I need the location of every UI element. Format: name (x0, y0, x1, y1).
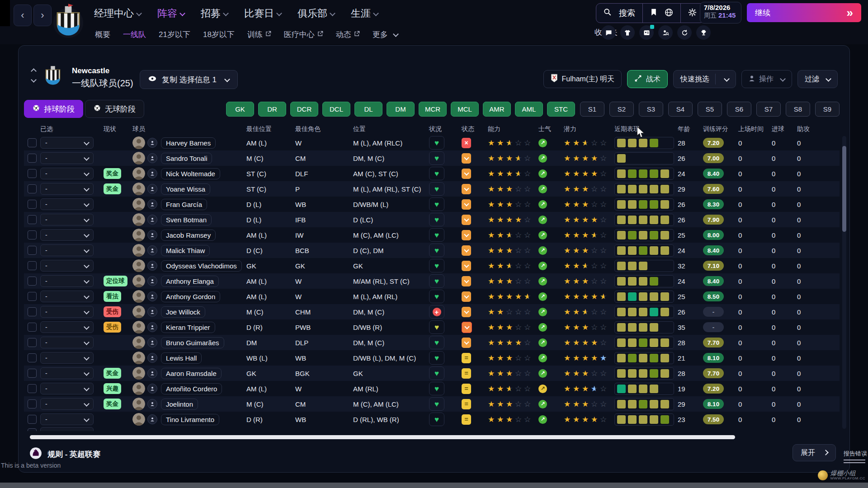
column-header-9[interactable]: 能力 (488, 125, 538, 133)
slot-filter-s1[interactable]: S1 (580, 102, 604, 117)
row-checkbox[interactable] (28, 307, 37, 316)
player-info-icon[interactable] (147, 230, 157, 240)
selection-dropdown[interactable]: - (40, 367, 94, 379)
gear-icon[interactable] (688, 8, 697, 19)
slot-filter-s6[interactable]: S6 (727, 102, 751, 117)
tactics-button[interactable]: 战术 (627, 70, 668, 88)
column-header-2[interactable]: 现状 (104, 125, 132, 133)
column-header-13[interactable]: 年龄 (678, 125, 703, 133)
selection-dropdown[interactable]: - (40, 183, 94, 195)
row-checkbox[interactable] (28, 215, 37, 224)
player-name[interactable]: Nick Woltemade (161, 168, 220, 179)
selection-dropdown[interactable]: - (40, 275, 94, 287)
player-name[interactable]: Anthony Gordon (161, 291, 220, 302)
slot-filter-s2[interactable]: S2 (609, 102, 634, 117)
selection-dropdown[interactable]: - (40, 337, 94, 348)
row-checkbox[interactable] (28, 369, 37, 378)
position-filter-dcr[interactable]: DCR (290, 102, 318, 117)
row-checkbox[interactable] (28, 200, 37, 209)
position-filter-dr[interactable]: DR (258, 102, 286, 117)
player-info-icon[interactable] (147, 261, 157, 271)
row-checkbox[interactable] (28, 384, 37, 393)
position-filter-stc[interactable]: STC (547, 102, 575, 117)
row-checkbox[interactable] (28, 138, 37, 147)
player-info-icon[interactable] (147, 384, 157, 394)
player-info-icon[interactable] (147, 291, 157, 301)
vertical-scrollbar-thumb[interactable] (842, 146, 846, 232)
globe-icon[interactable] (665, 8, 673, 19)
player-name[interactable]: Sven Botman (161, 214, 212, 225)
selection-dropdown[interactable]: - (40, 291, 94, 302)
player-info-icon[interactable] (147, 353, 157, 363)
next-match-button[interactable]: Fulham(主) 明天 (543, 70, 622, 88)
slot-filter-s3[interactable]: S3 (639, 102, 663, 117)
player-info-icon[interactable] (147, 199, 157, 209)
player-name[interactable]: Bruno Guimarães (161, 337, 224, 348)
player-info-icon[interactable] (147, 338, 157, 347)
slot-filter-s9[interactable]: S9 (815, 102, 840, 117)
forward-button[interactable]: › (33, 5, 52, 26)
column-header-8[interactable]: 状态 (462, 125, 488, 133)
position-filter-dcl[interactable]: DCL (322, 102, 350, 117)
subnav-item-4[interactable]: 18岁以下 (203, 29, 235, 40)
column-header-7[interactable]: 状况 (429, 125, 462, 133)
phase-button-2[interactable]: 无球阶段 (85, 100, 144, 118)
row-checkbox[interactable] (28, 277, 37, 286)
nav-item-6[interactable]: 生涯 (351, 7, 378, 20)
column-header-16[interactable]: 进球 (772, 125, 797, 133)
position-filter-dl[interactable]: DL (354, 102, 382, 117)
player-name[interactable]: Sandro Tonali (161, 153, 212, 164)
position-filter-gk[interactable]: GK (226, 102, 254, 117)
actions-button[interactable]: 操作 (741, 70, 792, 88)
position-filter-mcr[interactable]: MCR (419, 102, 447, 117)
expand-button[interactable]: 展开 (793, 444, 836, 461)
column-header-4[interactable]: 最佳位置 (246, 125, 295, 133)
selection-dropdown[interactable]: - (40, 321, 94, 333)
row-checkbox[interactable] (28, 428, 37, 431)
id-card-icon[interactable] (639, 25, 654, 40)
nav-item-4[interactable]: 比赛日 (244, 7, 281, 20)
collapse-up-icon[interactable] (31, 68, 37, 74)
column-header-11[interactable]: 潜力 (564, 125, 614, 133)
bookmark-icon[interactable] (650, 8, 657, 18)
filter-button[interactable]: 过滤 (797, 70, 838, 88)
position-filter-amr[interactable]: AMR (483, 102, 511, 117)
column-header-5[interactable]: 最佳角色 (295, 125, 353, 133)
quick-pick-button[interactable]: 快速挑选 (673, 70, 736, 88)
row-checkbox[interactable] (28, 399, 37, 408)
chevron-down-icon[interactable] (724, 76, 730, 82)
player-name[interactable]: Fran García (161, 199, 207, 210)
selection-dropdown[interactable]: - (40, 198, 94, 210)
slot-filter-s7[interactable]: S7 (756, 102, 781, 117)
player-info-icon[interactable] (147, 215, 157, 225)
player-name[interactable]: Joelinton (161, 399, 198, 410)
horizontal-scrollbar-thumb[interactable] (30, 435, 735, 439)
nav-item-5[interactable]: 俱乐部 (297, 7, 335, 20)
slot-filter-s4[interactable]: S4 (668, 102, 693, 117)
subnav-item-1[interactable]: 概要 (95, 29, 110, 40)
player-name[interactable]: Yoane Wissa (161, 183, 210, 195)
player-info-icon[interactable] (147, 399, 157, 409)
row-checkbox[interactable] (28, 184, 37, 193)
player-name[interactable]: Malick Thiaw (161, 245, 210, 256)
column-header-17[interactable]: 助攻 (797, 125, 829, 133)
row-checkbox[interactable] (28, 292, 37, 301)
selection-dropdown[interactable]: - (40, 260, 94, 272)
back-button[interactable]: ‹ (14, 5, 32, 26)
player-name[interactable]: Aaron Ramsdale (161, 368, 222, 379)
selection-dropdown[interactable]: - (40, 244, 94, 256)
row-checkbox[interactable] (28, 323, 37, 332)
row-checkbox[interactable] (28, 353, 37, 362)
selection-dropdown[interactable]: - (40, 168, 94, 179)
subnav-item-7[interactable]: 动态 (336, 29, 360, 40)
position-filter-dm[interactable]: DM (387, 102, 415, 117)
player-name[interactable]: Joe Willock (161, 306, 205, 318)
subnav-item-6[interactable]: 医疗中心 (284, 29, 323, 40)
selection-dropdown[interactable]: - (40, 137, 94, 149)
column-header-1[interactable]: 已选 (40, 125, 104, 133)
nav-item-2[interactable]: 阵容 (157, 7, 184, 20)
player-name[interactable]: Odysseas Vlachodimos (161, 260, 242, 272)
slot-filter-s5[interactable]: S5 (698, 102, 722, 117)
selection-dropdown[interactable]: - (40, 152, 94, 164)
selection-dropdown[interactable]: - (40, 398, 94, 410)
